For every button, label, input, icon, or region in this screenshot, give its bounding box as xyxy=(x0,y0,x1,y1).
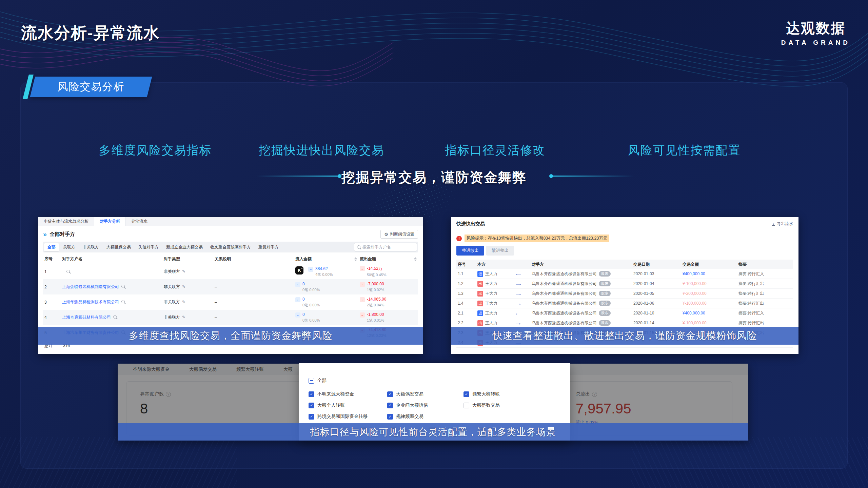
threshold-settings-label: 判断阈值设置 xyxy=(390,231,414,237)
checked-checkbox[interactable]: ✓ xyxy=(387,403,393,408)
col-name: 对手方户名 xyxy=(61,255,162,264)
direction-out-badge: 出 xyxy=(477,320,483,326)
option-item[interactable]: ✓规律频率交易 xyxy=(387,413,463,420)
edit-icon[interactable]: ✎ xyxy=(182,269,185,274)
table-row: 2 上海余特包装机械制造有限公司 非关联方✎ – ←00笔 0.00% →-7,… xyxy=(43,279,418,294)
alert-icon: ! xyxy=(456,236,462,241)
headline-line-left xyxy=(257,176,340,177)
cell-no: 1 xyxy=(43,264,61,279)
tab-scatter-in-whole-out[interactable]: 散进整出 xyxy=(486,246,514,256)
transaction-row: 1.2 出王大力 → 乌鲁木齐西豫盛通机械设备有限公司股东 2020-01-04… xyxy=(456,279,793,289)
arrow-left-icon: ← xyxy=(514,271,532,277)
edit-icon[interactable]: ✎ xyxy=(182,284,185,289)
filter-high-overlap[interactable]: 收支重合度较高对手方 xyxy=(207,243,254,251)
filter-unrelated[interactable]: 非关联方 xyxy=(79,243,102,251)
tab-whole-in-scatter-out[interactable]: 整进散出 xyxy=(456,246,484,256)
outflow-icon: → xyxy=(360,312,365,318)
checked-checkbox[interactable]: ✓ xyxy=(463,391,469,397)
filter-discredited[interactable]: 失信对手方 xyxy=(135,243,162,251)
cursor-badge: K xyxy=(295,266,303,274)
checked-checkbox[interactable]: ✓ xyxy=(309,414,314,420)
edit-icon[interactable]: ✎ xyxy=(182,300,185,304)
arrow-left-icon: ← xyxy=(514,310,532,316)
option-item[interactable]: ✓频繁大额转账 xyxy=(463,391,500,397)
left-section-title: 全部对手方 xyxy=(50,231,380,238)
option-item[interactable]: ✓企业间大额拆借 xyxy=(387,402,463,408)
lookup-icon[interactable] xyxy=(121,300,125,303)
indeterminate-checkbox[interactable] xyxy=(309,378,314,384)
table-row: 4 上海奇克氟硅材料有限公司 非关联方✎ – ←00笔 0.00% →-1,80… xyxy=(43,310,418,325)
col-inflow[interactable]: 流入金额 xyxy=(294,255,358,264)
filter-related[interactable]: 关联方 xyxy=(60,243,79,251)
cell-relation: – xyxy=(213,310,294,325)
cell-type: 非关联方✎ xyxy=(162,279,213,294)
shareholder-tag: 股东 xyxy=(599,301,611,306)
right-caption-bar: 快速查看整进散出、散进整出交易，谨防资金规模粉饰风险 xyxy=(451,327,798,345)
sort-icon[interactable] xyxy=(354,257,357,261)
cell-no: 3 xyxy=(43,294,61,310)
left-filter-bar: 全部 关联方 非关联方 大额担保交易 失信对手方 新成立企业大额交易 收支重合度… xyxy=(43,242,418,252)
direction-out-badge: 出 xyxy=(477,281,483,287)
cell-type: 非关联方✎ xyxy=(162,310,213,325)
option-all[interactable]: 全部 xyxy=(309,378,327,384)
brand-logo-en: DATA GRAND xyxy=(781,39,850,46)
outflow-icon: → xyxy=(360,297,365,302)
cell-relation: – xyxy=(213,264,294,279)
banner-label: 风险交易分析 xyxy=(33,77,150,97)
cell-relation: – xyxy=(213,294,294,310)
brand-logo: 达观数据 DATA GRAND xyxy=(781,19,850,46)
filter-large-guarantee[interactable]: 大额担保交易 xyxy=(103,243,134,251)
search-input[interactable]: 搜索对手方户名 xyxy=(354,243,417,251)
cell-inflow: ←00笔 0.00% xyxy=(294,279,358,294)
arrow-right-icon: → xyxy=(514,320,532,326)
tab-counterparty-analysis[interactable]: 对手方分析 xyxy=(94,217,126,226)
option-item[interactable]: ✓大额个人转账 xyxy=(309,402,387,408)
filter-new-company-large[interactable]: 新成立企业大额交易 xyxy=(163,243,206,251)
checked-checkbox[interactable]: ✓ xyxy=(387,414,393,420)
cell-outflow: →-1,800.001笔 0.01% xyxy=(358,310,418,325)
download-icon: ↓ xyxy=(772,222,775,226)
option-item[interactable]: 大额整数交易 xyxy=(463,402,500,408)
filter-duplicate[interactable]: 重复对手方 xyxy=(255,243,282,251)
shareholder-tag: 股东 xyxy=(599,291,611,296)
col-type: 对手类型 xyxy=(162,255,213,264)
filter-all[interactable]: 全部 xyxy=(44,243,59,251)
cell-outflow: →-14,065.002笔 0.04% xyxy=(358,294,418,310)
checked-checkbox[interactable]: ✓ xyxy=(387,391,393,397)
cell-no: 4 xyxy=(43,310,61,325)
arrow-right-icon: → xyxy=(514,281,532,286)
checked-checkbox[interactable]: ✓ xyxy=(309,391,314,397)
arrow-right-icon: → xyxy=(514,291,532,296)
page-title: 流水分析-异常流水 xyxy=(21,22,160,44)
chevron-right-icon: » xyxy=(43,231,47,238)
lookup-icon[interactable] xyxy=(113,315,117,319)
feature-4: 风险可见性按需配置 xyxy=(628,142,741,158)
cell-outflow: →-7,000.001笔 0.02% xyxy=(358,279,418,294)
tab-abnormal-flow[interactable]: 异常流水 xyxy=(126,217,153,226)
unchecked-checkbox[interactable] xyxy=(463,403,469,408)
left-caption-bar: 多维度查找风险交易，全面谨防资金舞弊风险 xyxy=(38,327,423,345)
inflow-icon: ← xyxy=(295,282,300,287)
col-outflow[interactable]: 流出金额 xyxy=(358,255,418,264)
option-item[interactable]: ✓跨境交易和国际资金转移 xyxy=(309,413,387,420)
direction-out-badge: 出 xyxy=(477,301,483,306)
option-item[interactable]: ✓不明来源大额资金 xyxy=(309,391,387,397)
lookup-icon[interactable] xyxy=(121,285,125,288)
shareholder-tag: 股东 xyxy=(599,310,611,316)
cell-inflow: K←384.624笔 0.00% xyxy=(294,264,358,279)
feature-1: 多维度风险交易指标 xyxy=(99,142,212,158)
export-flow-button[interactable]: ↓ 导出流水 xyxy=(772,221,793,227)
lookup-icon[interactable] xyxy=(66,270,70,273)
option-item[interactable]: ✓大额偶发交易 xyxy=(387,391,463,397)
threshold-settings-button[interactable]: ⚙ 判断阈值设置 xyxy=(380,230,418,239)
sort-icon[interactable] xyxy=(414,257,417,261)
cell-inflow: ←00笔 0.00% xyxy=(294,294,358,310)
table-row: 3 上海华测品标检测技术有限公司 非关联方✎ – ←00笔 0.00% →-14… xyxy=(43,294,418,310)
tab-loan-subject-analysis[interactable]: 申贷主体与流水总况分析 xyxy=(38,217,94,226)
inflow-icon: ← xyxy=(295,312,300,318)
cell-name: 上海华测品标检测技术有限公司 xyxy=(61,294,162,310)
edit-icon[interactable]: ✎ xyxy=(182,315,185,320)
checked-checkbox[interactable]: ✓ xyxy=(309,403,314,408)
transaction-row: 1.3 出王大力 → 乌鲁木齐西豫盛通机械设备有限公司股东 2020-01-05… xyxy=(456,289,793,299)
cell-type: 非关联方✎ xyxy=(162,264,213,279)
